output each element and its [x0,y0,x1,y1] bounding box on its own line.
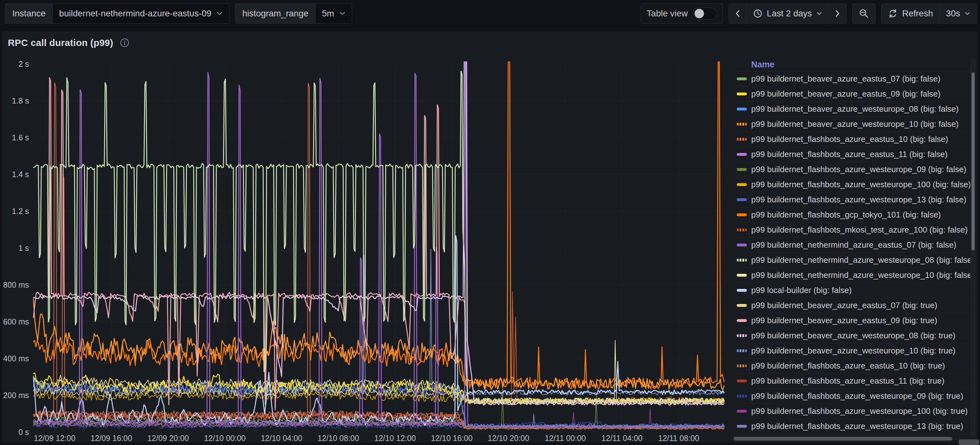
svg-text:12/10 16:00: 12/10 16:00 [431,434,473,442]
series-color-swatch [737,92,747,95]
legend-item[interactable]: p99 buildernet_beaver_azure_eastus_07 (b… [733,72,970,87]
time-shift-back-button[interactable] [729,3,747,24]
series-label: p99 buildernet_flashbots_azure_eastus_10… [751,134,948,144]
legend-item[interactable]: p99 buildernet_flashbots_azure_eastus_11… [733,147,970,162]
series-color-swatch [737,395,747,397]
legend-item[interactable]: p99 buildernet_flashbots_azure_eastus_10… [733,132,970,147]
table-view-toggle[interactable] [693,8,717,19]
series-color-swatch [737,319,747,322]
legend-item[interactable]: p99 buildernet_beaver_azure_westeurope_0… [733,328,970,343]
legend-item[interactable]: p99 local-builder (big: false) [733,283,970,298]
series-label: p99 buildernet_flashbots_azure_westeurop… [751,391,963,401]
legend-item[interactable]: p99 buildernet_beaver_azure_westeurope_1… [733,117,970,132]
chevron-down-icon [816,12,822,16]
chevron-down-icon [339,11,345,16]
series-label: p99 buildernet_beaver_azure_westeurope_0… [751,331,955,340]
dashboard-toolbar: Instance buildernet-nethermind-azure-eas… [0,0,980,27]
series-label: p99 buildernet_flashbots_azure_eastus_10… [751,361,945,371]
histogram-range-label: histogram_range [235,4,316,23]
svg-text:1.4 s: 1.4 s [12,170,29,179]
legend-vertical-scrollbar[interactable] [971,58,975,437]
legend-item[interactable]: p99 buildernet_flashbots_azure_westeurop… [733,177,970,192]
legend-item[interactable]: p99 buildernet_beaver_azure_eastus_07 (b… [733,298,970,313]
legend-item[interactable]: p99 buildernet_flashbots_azure_westeurop… [733,389,970,404]
time-picker-group: Last 2 days [729,3,846,24]
table-view-label: Table view [647,8,688,19]
series-label: p99 buildernet_nethermind_azure_eastus_0… [751,240,956,250]
svg-text:2 s: 2 s [19,59,29,68]
series-color-swatch [737,274,747,277]
legend-item[interactable]: p99 buildernet_flashbots_azure_westeurop… [733,162,970,177]
legend-item[interactable]: p99 buildernet_beaver_azure_westeurope_1… [733,343,970,358]
series-color-swatch [737,123,747,126]
series-color-swatch [737,183,747,186]
page-scrollbar-corner[interactable] [959,439,979,445]
svg-text:12/11 00:00: 12/11 00:00 [545,434,585,442]
series-color-swatch [737,259,747,262]
legend-item[interactable]: p99 buildernet_beaver_azure_westeurope_0… [733,102,970,117]
time-range-picker[interactable]: Last 2 days [747,3,829,24]
zoom-out-button[interactable] [852,3,875,24]
series-label: p99 buildernet_flashbots_azure_westeurop… [751,195,966,205]
legend-table: Name p99 buildernet_beaver_azure_eastus_… [733,58,970,434]
legend-horizontal-scrollbar[interactable] [733,437,959,441]
svg-text:200 ms: 200 ms [3,391,29,400]
series-label: p99 buildernet_beaver_azure_eastus_09 (b… [751,316,937,326]
series-label: p99 buildernet_flashbots_azure_westeurop… [751,406,968,416]
series-color-swatch [737,229,747,231]
series-color-swatch [737,425,747,428]
timeseries-chart[interactable]: 2 s1.8 s1.6 s1.4 s1.2 s1 s800 ms600 ms40… [3,32,732,443]
chevron-left-icon [735,10,740,17]
histogram-range-variable: histogram_range 5m [235,3,352,24]
svg-text:800 ms: 800 ms [3,280,29,289]
svg-text:12/11 04:00: 12/11 04:00 [601,434,642,442]
refresh-label: Refresh [902,8,933,19]
legend-item[interactable]: p99 buildernet_flashbots_gcp_tokyo_101 (… [733,207,970,222]
svg-text:12/09 16:00: 12/09 16:00 [91,434,132,442]
svg-text:12/10 00:00: 12/10 00:00 [204,434,245,442]
series-label: p99 buildernet_flashbots_azure_eastus_11… [751,376,945,386]
refresh-group: Refresh 30s [881,3,977,24]
svg-text:0 s: 0 s [19,428,29,437]
series-label: p99 local-builder (big: false) [751,285,851,295]
scrollbar-thumb[interactable] [972,72,975,251]
refresh-interval-value: 30s [946,8,960,19]
series-label: p99 buildernet_flashbots_mkosi_test_azur… [751,225,968,235]
legend-item[interactable]: p99 buildernet_flashbots_azure_eastus_11… [733,373,970,389]
legend-item[interactable]: p99 buildernet_beaver_azure_eastus_09 (b… [733,313,970,328]
instance-variable-select[interactable]: buildernet-nethermind-azure-eastus-09 [53,4,229,23]
svg-text:12/10 20:00: 12/10 20:00 [488,434,529,442]
series-color-swatch [737,213,747,216]
legend-header-name[interactable]: Name [733,58,970,72]
chevron-right-icon [835,10,840,17]
histogram-range-select[interactable]: 5m [316,4,352,23]
refresh-interval-select[interactable]: 30s [940,3,977,24]
series-label: p99 buildernet_flashbots_gcp_tokyo_101 (… [751,210,941,220]
rpc-call-duration-panel: RPC call duration (p99) 2 s1.8 s1.6 s1.4… [3,32,977,442]
legend-item[interactable]: p99 buildernet_nethermind_azure_eastus_0… [733,238,970,253]
legend-item[interactable]: p99 buildernet_flashbots_azure_westeurop… [733,404,970,419]
legend-item[interactable]: p99 buildernet_beaver_azure_eastus_09 (b… [733,87,970,102]
series-label: p99 buildernet_beaver_azure_westeurope_1… [751,346,955,356]
series-label: p99 buildernet_flashbots_azure_westeurop… [751,165,966,174]
legend-item[interactable]: p99 buildernet_flashbots_mkosi_test_azur… [733,222,970,238]
series-color-swatch [737,153,747,156]
legend-item[interactable]: p99 buildernet_nethermind_azure_westeuro… [733,268,970,283]
legend-item[interactable]: p99 buildernet_nethermind_azure_westeuro… [733,253,970,268]
series-label: p99 buildernet_beaver_azure_eastus_07 (b… [751,74,940,84]
series-label: p99 buildernet_nethermind_azure_westeuro… [751,270,970,280]
legend-item[interactable]: p99 buildernet_flashbots_azure_eastus_10… [733,358,970,373]
legend-item[interactable]: p99 buildernet_flashbots_azure_westeurop… [733,192,970,207]
legend-item[interactable]: p99 buildernet_flashbots_azure_westeurop… [733,419,970,434]
legend-rows: p99 buildernet_beaver_azure_eastus_07 (b… [733,72,970,434]
magnifier-minus-icon [859,8,869,19]
svg-text:400 ms: 400 ms [3,354,29,363]
svg-text:12/09 12:00: 12/09 12:00 [34,434,76,442]
clock-icon [753,9,762,18]
refresh-button[interactable]: Refresh [881,3,940,24]
scrollbar-thumb[interactable] [733,437,952,440]
series-label: p99 buildernet_flashbots_azure_westeurop… [751,421,963,431]
time-shift-forward-button[interactable] [829,3,846,24]
histogram-range-value: 5m [322,8,334,19]
series-color-swatch [737,198,747,201]
